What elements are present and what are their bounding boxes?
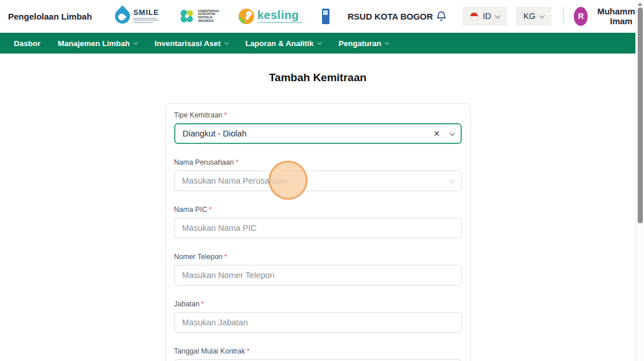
field-nama-perusahaan: Nama Perusahaan* Masukan Nama Perusahaan — [174, 158, 462, 191]
nav-item-laporan-analitik[interactable]: Laporan & Analitik — [246, 39, 321, 48]
field-label: Tipe Kemitraan* — [174, 111, 462, 119]
scrollbar-up-arrow[interactable] — [638, 2, 642, 6]
kesling-logo: kesling — [239, 9, 302, 24]
nama-pic-input[interactable] — [174, 218, 462, 238]
nama-pic-control — [174, 218, 462, 238]
select-icons — [450, 170, 454, 191]
field-tipe-kemitraan: Tipe Kemitraan* Diangkut - Diolah ✕ — [174, 111, 462, 144]
app-title: Pengelolaan Limbah — [8, 12, 92, 21]
top-header: Pengelolaan Limbah SMILE — [0, 0, 635, 33]
tipe-kemitraan-select[interactable]: Diangkut - Diolah — [174, 123, 462, 144]
chevron-down-icon — [317, 40, 321, 44]
field-label: Nomer Telepon* — [174, 253, 462, 261]
field-label: Jabatan* — [174, 300, 462, 308]
kesling-icon — [239, 9, 254, 24]
logo-group: SMILE KEMENTERIAN KESEHATAN — [115, 8, 329, 24]
vertical-scrollbar[interactable] — [635, 0, 644, 361]
main-navbar: Dasbor Manajemen Limbah Inventarisasi As… — [0, 33, 635, 54]
jabatan-input[interactable] — [174, 312, 462, 333]
kemenkes-icon — [179, 8, 195, 24]
clear-icon[interactable]: ✕ — [434, 130, 440, 138]
field-tanggal-mulai-kontrak: Tanggal Mulai Kontrak* — [174, 347, 462, 361]
bell-icon — [435, 10, 447, 22]
nav-item-inventarisasi-aset[interactable]: Inventarisasi Aset — [155, 39, 228, 48]
chevron-down-icon — [539, 13, 545, 18]
nav-item-manajemen-limbah[interactable]: Manajemen Limbah — [58, 39, 137, 48]
chevron-down-icon — [495, 13, 501, 18]
smile-logo-text: SMILE — [133, 9, 159, 24]
chevron-down-icon[interactable] — [449, 177, 455, 183]
kesling-label: kesling — [258, 9, 302, 21]
kesling-logo-text: kesling — [258, 9, 302, 24]
language-dropdown[interactable]: ID — [462, 7, 508, 26]
kemenkes-text: KEMENTERIAN KESEHATAN REPUBLIK INDONESIA — [198, 10, 219, 23]
nomer-telepon-control — [174, 265, 462, 286]
field-label: Nama Perusahaan* — [174, 158, 462, 166]
user-menu[interactable]: R Muhammad Imam — [574, 6, 644, 26]
page-title: Tambah Kemitraan — [0, 71, 635, 84]
unit-dropdown[interactable]: KG — [516, 7, 551, 26]
chevron-down-icon — [224, 40, 229, 44]
notifications-button[interactable] — [433, 8, 450, 25]
smile-drop-icon — [112, 6, 133, 27]
app-viewport: Pengelolaan Limbah SMILE — [0, 0, 644, 361]
nomer-telepon-input[interactable] — [174, 265, 462, 286]
chevron-down-icon[interactable] — [449, 130, 455, 136]
header-right: ID KG R Muhammad Imam — [433, 6, 644, 26]
indonesia-flag-icon — [470, 12, 478, 21]
field-label: Nama PIC* — [174, 206, 462, 214]
scrollbar-thumb[interactable] — [638, 7, 643, 223]
chevron-down-icon — [385, 40, 389, 44]
nav-item-pengaturan[interactable]: Pengaturan — [339, 39, 389, 48]
field-jabatan: Jabatan* — [174, 300, 462, 333]
smile-label: SMILE — [133, 9, 159, 16]
tipe-kemitraan-select-control: Diangkut - Diolah ✕ — [174, 123, 462, 144]
field-nama-pic: Nama PIC* — [174, 206, 462, 238]
smile-tagline — [133, 18, 159, 24]
jabatan-control — [174, 312, 462, 333]
nama-perusahaan-select[interactable]: Masukan Nama Perusahaan — [174, 170, 462, 191]
organization-name: RSUD KOTA BOGOR — [348, 12, 433, 21]
select-icons: ✕ — [434, 123, 454, 144]
nav-item-dasbor[interactable]: Dasbor — [14, 39, 41, 48]
main-content: Tambah Kemitraan Tipe Kemitraan* Diangku… — [0, 71, 635, 361]
selected-value: Diangkut - Diolah — [183, 129, 247, 138]
avatar: R — [574, 7, 588, 26]
field-nomer-telepon: Nomer Telepon* — [174, 253, 462, 286]
kesling-tagline — [258, 22, 302, 24]
nama-perusahaan-select-control: Masukan Nama Perusahaan — [174, 170, 462, 191]
tambah-kemitraan-form: Tipe Kemitraan* Diangkut - Diolah ✕ — [165, 103, 471, 361]
chevron-down-icon — [133, 40, 138, 44]
unit-code: KG — [523, 12, 535, 21]
undp-logo-icon — [322, 9, 329, 24]
field-label: Tanggal Mulai Kontrak* — [174, 347, 462, 355]
header-divider — [563, 6, 564, 26]
kemenkes-logo: KEMENTERIAN KESEHATAN REPUBLIK INDONESIA — [179, 8, 219, 24]
language-code: ID — [483, 12, 492, 21]
select-placeholder: Masukan Nama Perusahaan — [182, 176, 288, 185]
smile-logo: SMILE — [115, 9, 159, 24]
